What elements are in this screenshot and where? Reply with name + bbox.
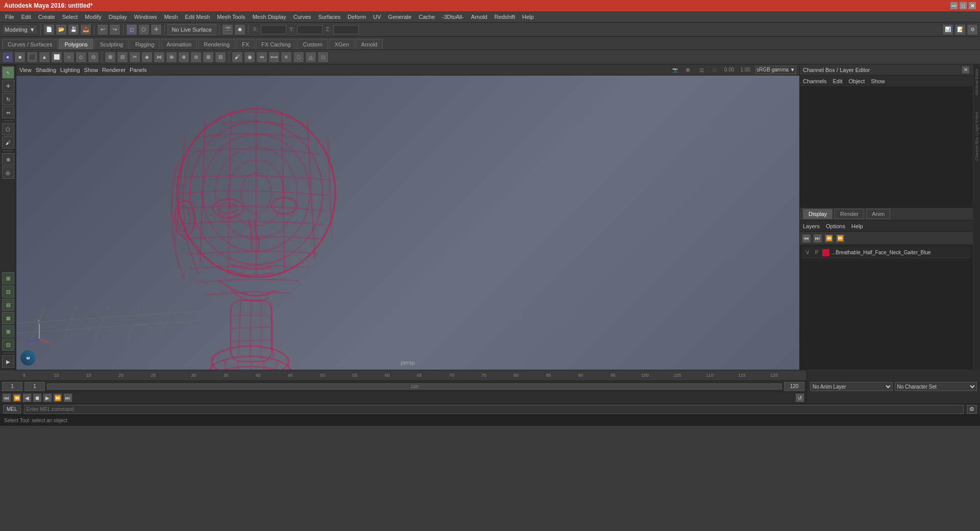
next-frame-btn[interactable]: ⏩ [53, 393, 62, 402]
tab-polygons[interactable]: Polygons [59, 39, 93, 50]
tool-settings-toggle-btn[interactable]: ⚙ [967, 24, 978, 35]
cube-icon-btn[interactable]: ■ [14, 52, 26, 63]
current-frame-input[interactable] [2, 382, 22, 391]
loop-btn[interactable]: ↺ [795, 393, 804, 402]
attr-editor-toggle-btn[interactable]: 📝 [954, 24, 966, 35]
timeline-ruler[interactable]: 5 10 15 20 25 30 35 40 45 50 55 60 65 70… [0, 370, 806, 381]
menu-create[interactable]: Create [35, 13, 58, 21]
undo-btn[interactable]: ↩ [97, 24, 108, 35]
poly-sphere-icon-btn[interactable]: ⊙ [88, 52, 99, 63]
go-start-btn[interactable]: ⏮ [2, 393, 11, 402]
layer-grid-btn-3[interactable]: ⊟ [2, 299, 14, 311]
help-menu[interactable]: Help [851, 223, 863, 229]
menu-file[interactable]: File [2, 13, 17, 21]
smooth-btn[interactable]: ◌ [293, 52, 304, 63]
quadrangulate-btn[interactable]: □ [317, 52, 329, 63]
vp-wire-icon[interactable]: ◫ [697, 65, 706, 75]
minimize-btn[interactable]: — [950, 2, 958, 9]
render-seq-btn[interactable]: ⏺ [234, 24, 246, 35]
maximize-btn[interactable]: □ [960, 2, 967, 9]
go-end-btn[interactable]: ⏭ [63, 393, 72, 402]
layer-grid-btn-1[interactable]: ⊞ [2, 272, 14, 284]
triangulate-btn[interactable]: △ [305, 52, 316, 63]
menu-uv[interactable]: UV [370, 13, 384, 21]
menu-display[interactable]: Display [106, 13, 130, 21]
window-controls[interactable]: — □ ✕ [950, 2, 976, 9]
mirror-btn[interactable]: ⟺ [268, 52, 280, 63]
select-lasso-btn[interactable]: ⬡ [138, 24, 150, 35]
move-tool-left-btn[interactable]: ✛ [2, 80, 14, 92]
ring-select-btn[interactable]: ⊘ [190, 52, 202, 63]
shrink-select-btn[interactable]: ⊟ [215, 52, 226, 63]
menu-edit-mesh[interactable]: Edit Mesh [182, 13, 213, 21]
display-tab-anim[interactable]: Anim [866, 209, 890, 219]
start-frame-input[interactable] [24, 382, 45, 391]
cone-icon-btn[interactable]: ▲ [39, 52, 50, 63]
mel-label[interactable]: MEL [3, 405, 21, 414]
move-tool-btn[interactable]: ✛ [151, 24, 162, 35]
object-tab[interactable]: Object [848, 78, 865, 84]
tab-rendering[interactable]: Rendering [198, 39, 235, 50]
layer-color-swatch[interactable] [822, 249, 829, 256]
vp-smooth-icon[interactable]: ◌ [710, 65, 719, 75]
layer-grid-btn-6[interactable]: ⊡ [2, 339, 14, 351]
bridge-btn[interactable]: ⊟ [117, 52, 128, 63]
menu-arnold[interactable]: Arnold [468, 13, 491, 21]
menu-windows[interactable]: Windows [131, 13, 160, 21]
select-tool-left-btn[interactable]: ↖ [2, 66, 14, 79]
layer-icon-3[interactable]: ⏪ [824, 234, 834, 243]
vp-menu-renderer[interactable]: Renderer [102, 67, 126, 73]
tab-curves-surfaces[interactable]: Curves / Surfaces [2, 39, 58, 50]
channel-box-close-btn[interactable]: ✕ [962, 66, 970, 74]
connect-btn[interactable]: ⊕ [166, 52, 177, 63]
play-back-btn[interactable]: ◀ [22, 393, 32, 402]
menu-generate[interactable]: Generate [385, 13, 414, 21]
snap-btn[interactable]: ◎ [2, 166, 14, 179]
menu-select[interactable]: Select [59, 13, 81, 21]
menu-modify[interactable]: Modify [82, 13, 104, 21]
channels-tab[interactable]: Channels [803, 78, 826, 84]
menu-deform[interactable]: Deform [345, 13, 369, 21]
menu-3dtoall[interactable]: -3DtoAll- [439, 13, 467, 21]
mel-settings-btn[interactable]: ⚙ [967, 405, 977, 414]
soft-select-btn[interactable]: ◉ [244, 52, 255, 63]
lasso-tool-btn[interactable]: ⬡ [2, 123, 14, 135]
tab-xgen[interactable]: XGen [329, 39, 354, 50]
menu-mesh-tools[interactable]: Mesh Tools [214, 13, 248, 21]
vp-menu-show[interactable]: Show [84, 67, 99, 73]
workspace-dropdown[interactable]: Modeling ▼ [2, 25, 38, 35]
mel-input[interactable] [24, 405, 964, 414]
character-set-select[interactable]: No Character Set [895, 382, 977, 391]
menu-help[interactable]: Help [519, 13, 537, 21]
x-input[interactable] [261, 25, 286, 34]
menu-curves[interactable]: Curves [290, 13, 314, 21]
open-scene-btn[interactable]: 📂 [56, 24, 67, 35]
crease-btn[interactable]: ≡ [281, 52, 292, 63]
plane-icon-btn[interactable]: ⬜ [51, 52, 62, 63]
paint-select-btn[interactable]: 🖌 [232, 52, 243, 63]
tab-sculpting[interactable]: Sculpting [94, 39, 129, 50]
z-input[interactable] [333, 25, 359, 34]
end-frame-input[interactable] [784, 382, 804, 391]
display-tab-display[interactable]: Display [803, 209, 832, 219]
menu-edit[interactable]: Edit [18, 13, 34, 21]
rotate-tool-left-btn[interactable]: ↻ [2, 93, 14, 105]
viewport-canvas[interactable]: Y X Z M persp [16, 76, 799, 370]
multi-cut-btn[interactable]: ✂ [129, 52, 140, 63]
close-btn[interactable]: ✕ [969, 2, 976, 9]
menu-redshift[interactable]: Redshift [492, 13, 518, 21]
vp-menu-panels[interactable]: Panels [130, 67, 147, 73]
vp-grid-icon[interactable]: ⊞ [683, 65, 693, 75]
tab-rigging[interactable]: Rigging [130, 39, 160, 50]
edit-tab[interactable]: Edit [832, 78, 842, 84]
tab-custom[interactable]: Custom [298, 39, 328, 50]
left-bottom-btn[interactable]: ▶ [2, 355, 14, 368]
layer-grid-btn-4[interactable]: ⊠ [2, 312, 14, 324]
layer-row-gaiter[interactable]: V P ...Breathable_Half_Face_Neck_Gaiter_… [802, 247, 971, 258]
stop-btn[interactable]: ⏹ [33, 393, 42, 402]
redo-btn[interactable]: ↪ [109, 24, 120, 35]
show-manip-btn[interactable]: ⊕ [2, 153, 14, 165]
extrude-btn[interactable]: ⊞ [105, 52, 116, 63]
gamma-selector[interactable]: sRGB gamma ▼ [755, 66, 796, 74]
tab-fx-caching[interactable]: FX Caching [256, 39, 296, 50]
